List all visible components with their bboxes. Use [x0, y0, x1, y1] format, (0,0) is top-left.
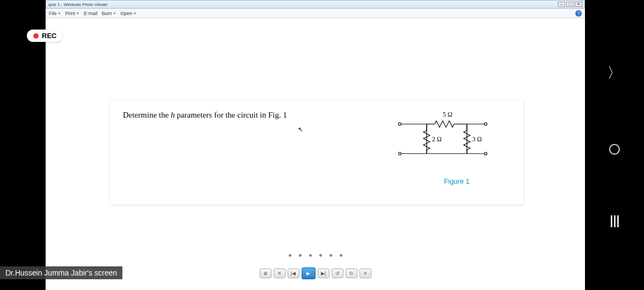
zoom-button[interactable]: ⊕: [260, 269, 272, 278]
recent-apps-icon[interactable]: [611, 215, 619, 227]
next-button[interactable]: ▶|: [318, 269, 330, 278]
menu-bar: File▼ Print▼ E-mail Burn▼ Open▼ ?: [46, 9, 585, 18]
fit-button[interactable]: ✕: [274, 269, 286, 278]
chevron-down-icon: ▼: [133, 12, 136, 15]
window-controls: ─ □ ✕: [558, 2, 582, 7]
dot: [289, 254, 291, 257]
page-dots: [289, 254, 342, 257]
content-slide: Determine the h parameters for the circu…: [110, 100, 523, 205]
back-icon[interactable]: 〉: [607, 63, 622, 83]
dot: [319, 254, 322, 257]
viewer-area: Determine the h parameters for the circu…: [46, 18, 585, 271]
maximize-button[interactable]: □: [566, 2, 574, 7]
resistor-3ohm-label: 3 Ω: [472, 135, 482, 143]
menu-open[interactable]: Open▼: [120, 11, 136, 16]
chevron-down-icon: ▼: [113, 12, 116, 15]
dot: [299, 254, 302, 257]
rotate-ccw-button[interactable]: ↺: [332, 269, 343, 278]
chevron-down-icon: ▼: [58, 12, 61, 15]
bottom-controls: ⊕ ✕ |◀ ▶ ▶| ↺ ↻ ✕: [260, 267, 371, 279]
svg-point-7: [485, 123, 487, 126]
svg-point-14: [485, 153, 487, 155]
close-window-button[interactable]: ✕: [575, 2, 582, 7]
resistor-2ohm-label: 2 Ω: [432, 135, 442, 143]
circle-icon[interactable]: [609, 144, 620, 155]
rotate-cw-button[interactable]: ↻: [346, 269, 357, 278]
play-slideshow-button[interactable]: ▶: [302, 267, 316, 279]
circuit-diagram: 5 Ω 2 Ω 3 Ω: [394, 108, 502, 172]
menu-email[interactable]: E-mail: [84, 11, 98, 16]
window-title: quiz 1 - Windows Photo Viewer: [48, 2, 558, 7]
menu-print[interactable]: Print▼: [65, 11, 79, 16]
photo-viewer-window: quiz 1 - Windows Photo Viewer ─ □ ✕ File…: [46, 0, 585, 290]
dot: [340, 254, 342, 257]
rec-badge: REC: [27, 30, 63, 42]
rec-label: REC: [42, 32, 56, 40]
svg-point-13: [399, 153, 401, 155]
menu-burn[interactable]: Burn▼: [101, 11, 116, 16]
title-bar: quiz 1 - Windows Photo Viewer ─ □ ✕: [46, 0, 585, 9]
dot: [330, 254, 332, 257]
screen-share-label: Dr.Hussein Jumma Jabir's screen: [0, 266, 122, 279]
help-icon[interactable]: ?: [575, 10, 582, 17]
delete-button[interactable]: ✕: [360, 269, 371, 278]
figure-label: Figure 1: [444, 177, 470, 185]
cursor-icon: ↖: [298, 126, 303, 133]
minimize-button[interactable]: ─: [558, 2, 565, 7]
dot: [309, 254, 312, 257]
svg-point-0: [399, 123, 401, 126]
menu-file[interactable]: File▼: [49, 11, 61, 16]
right-nav: 〉: [585, 0, 644, 290]
previous-button[interactable]: |◀: [288, 269, 299, 278]
chevron-down-icon: ▼: [76, 12, 79, 15]
rec-dot-icon: [33, 33, 39, 39]
resistor-5ohm-label: 5 Ω: [443, 111, 452, 118]
